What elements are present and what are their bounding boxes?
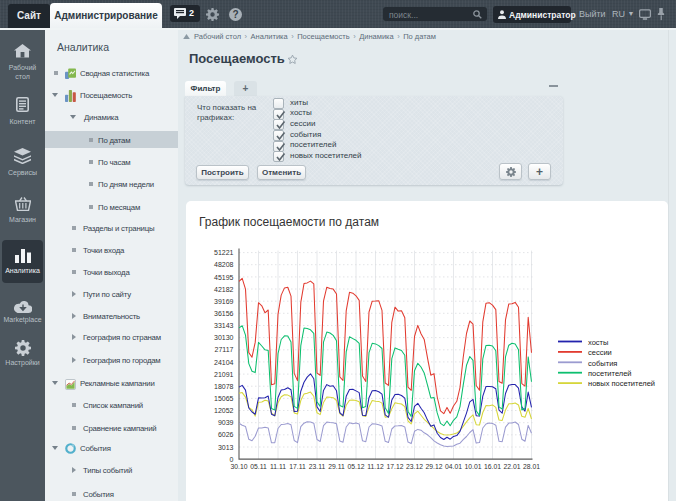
svg-text:11.12: 11.12 <box>367 463 384 470</box>
svg-text:11.11: 11.11 <box>270 463 286 470</box>
svg-text:9039: 9039 <box>218 419 234 426</box>
svg-text:36156: 36156 <box>214 310 234 317</box>
svg-text:45195: 45195 <box>214 274 234 281</box>
svg-text:23.12: 23.12 <box>406 463 423 470</box>
svg-text:24104: 24104 <box>214 359 234 366</box>
svg-text:12052: 12052 <box>214 407 234 414</box>
svg-text:05.11: 05.11 <box>250 463 267 470</box>
svg-text:6026: 6026 <box>218 431 234 438</box>
svg-text:хосты: хосты <box>588 338 608 347</box>
svg-text:посетителей: посетителей <box>588 369 632 378</box>
svg-text:17.12: 17.12 <box>386 463 403 470</box>
svg-text:39169: 39169 <box>214 298 234 305</box>
svg-text:42182: 42182 <box>214 286 234 293</box>
svg-text:18078: 18078 <box>214 383 234 390</box>
svg-text:21091: 21091 <box>214 371 234 378</box>
svg-text:3013: 3013 <box>218 444 234 451</box>
svg-text:51221: 51221 <box>214 249 234 256</box>
svg-text:27117: 27117 <box>215 346 234 353</box>
svg-text:сессии: сессии <box>588 348 612 357</box>
svg-text:новых посетителей: новых посетителей <box>588 379 655 388</box>
svg-text:17.11: 17.11 <box>289 463 306 470</box>
svg-text:30130: 30130 <box>214 334 234 341</box>
svg-text:23.11: 23.11 <box>309 463 326 470</box>
svg-text:30.10: 30.10 <box>230 463 247 470</box>
svg-text:29.12: 29.12 <box>425 463 442 470</box>
svg-text:28.01: 28.01 <box>523 463 540 470</box>
svg-text:48208: 48208 <box>214 261 234 268</box>
svg-text:05.12: 05.12 <box>347 463 364 470</box>
svg-text:10.01: 10.01 <box>464 463 481 470</box>
svg-text:29.11: 29.11 <box>328 463 345 470</box>
svg-text:события: события <box>588 359 617 368</box>
svg-text:04.01: 04.01 <box>445 463 462 470</box>
svg-text:15065: 15065 <box>214 395 234 402</box>
svg-text:16.01: 16.01 <box>484 463 501 470</box>
svg-text:33143: 33143 <box>214 322 234 329</box>
svg-text:22.01: 22.01 <box>503 463 520 470</box>
